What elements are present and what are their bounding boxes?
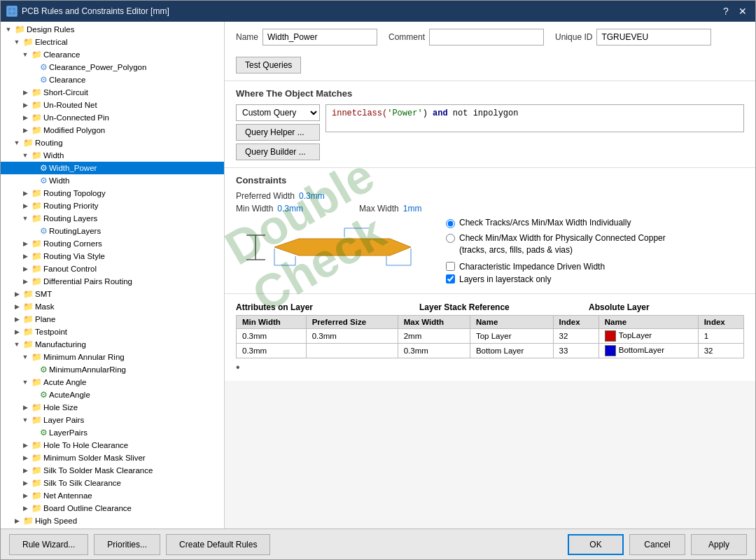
tree-container[interactable]: ▼ 📁 Design Rules ▼ 📁 Electrical ▼ 📁 Clea…: [1, 22, 224, 528]
tree-item-routing-priority[interactable]: ▶ 📁 Routing Priority: [1, 200, 224, 212]
query-editor[interactable]: innetclass('Power') and not inpolygon: [326, 104, 744, 132]
tree-item-design-rules[interactable]: ▼ 📁 Design Rules: [1, 23, 224, 36]
tree-item-manufacturing[interactable]: ▼ 📁 Manufacturing: [1, 338, 224, 351]
unique-id-field-group: Unique ID: [555, 29, 711, 46]
expand-icon: ▶: [12, 289, 22, 299]
expand-icon: ▶: [20, 239, 30, 248]
priorities-button[interactable]: Priorities...: [94, 534, 160, 555]
folder-icon: 📁: [31, 125, 42, 135]
name-input[interactable]: [262, 29, 377, 46]
tree-item-width-folder[interactable]: ▼ 📁 Width: [1, 149, 224, 162]
tree-item-routing-layers[interactable]: ▼ 📁 Routing Layers: [1, 212, 224, 225]
tree-item-silk-silk[interactable]: ▶ 📁 Silk To Silk Clearance: [1, 477, 224, 489]
tree-item-routing-layers-rule[interactable]: ⚙ RoutingLayers: [1, 225, 224, 237]
checkbox-label-2: Layers in layerstack only: [459, 274, 551, 284]
rule-wizard-button[interactable]: Rule Wizard...: [9, 534, 88, 555]
tree-item-layer-pairs-rule[interactable]: ⚙ LayerPairs: [1, 426, 224, 439]
tree-item-clearance-rule[interactable]: ⚙ Clearance: [1, 74, 224, 86]
tree-item-un-routed-net[interactable]: ▶ 📁 Un-Routed Net: [1, 99, 224, 111]
cell-max-width: 2mm: [398, 328, 470, 343]
folder-icon: 📁: [31, 402, 42, 412]
tree-item-hole-to-hole[interactable]: ▶ 📁 Hole To Hole Clearance: [1, 439, 224, 451]
tree-item-min-solder-mask[interactable]: ▶ 📁 Minimum Solder Mask Sliver: [1, 451, 224, 464]
tree-item-clearance-folder[interactable]: ▼ 📁 Clearance: [1, 48, 224, 61]
expand-icon: ▶: [20, 251, 30, 261]
tree-label: Routing Corners: [43, 239, 102, 248]
expand-icon: ▶: [12, 314, 22, 324]
tree-label: Un-Connected Pin: [43, 113, 109, 122]
tree-item-high-speed[interactable]: ▶ 📁 High Speed: [1, 514, 224, 527]
left-panel: ▼ 📁 Design Rules ▼ 📁 Electrical ▼ 📁 Clea…: [1, 22, 225, 528]
cancel-button[interactable]: Cancel: [629, 534, 685, 555]
tree-item-width-power[interactable]: ⚙ Width_Power: [1, 162, 224, 174]
max-width-group: Max Width 1mm: [359, 204, 421, 214]
query-builder-button[interactable]: Query Builder ...: [236, 144, 320, 160]
where-section-title: Where The Object Matches: [236, 88, 744, 99]
tree-item-hole-size[interactable]: ▶ 📁 Hole Size: [1, 401, 224, 414]
tree-item-mask[interactable]: ▶ 📁 Mask: [1, 300, 224, 313]
create-default-rules-button[interactable]: Create Default Rules: [166, 534, 270, 555]
width-values-row: Preferred Width 0.3mm: [236, 191, 744, 201]
close-button[interactable]: ✕: [736, 4, 750, 18]
tree-item-routing-topology[interactable]: ▶ 📁 Routing Topology: [1, 187, 224, 200]
tree-label: Layer Pairs: [43, 416, 84, 424]
query-helper-button[interactable]: Query Helper ...: [236, 124, 320, 141]
query-row: Custom Query All Net Class Query Helper …: [236, 104, 744, 160]
tree-item-min-annular-ring-rule[interactable]: ⚙ MinimumAnnularRing: [1, 363, 224, 376]
folder-icon: 📁: [31, 377, 42, 387]
tree-item-routing-via-style[interactable]: ▶ 📁 Routing Via Style: [1, 250, 224, 262]
tree-label: Minimum Annular Ring: [43, 353, 125, 361]
folder-icon: 📁: [31, 352, 42, 362]
radio-individually[interactable]: [446, 219, 455, 228]
test-queries-button[interactable]: Test Queries: [236, 57, 301, 74]
folder-icon: 📁: [23, 138, 34, 148]
expand-icon: ▶: [20, 125, 30, 135]
tree-item-electrical[interactable]: ▼ 📁 Electrical: [1, 36, 224, 48]
constraints-section: Constraints Preferred Width 0.3mm Min Wi…: [225, 168, 755, 294]
max-width-value: 1mm: [403, 204, 422, 214]
tree-item-board-outline[interactable]: ▶ 📁 Board Outline Clearance: [1, 502, 224, 514]
tree-label: Differential Pairs Routing: [43, 277, 132, 286]
tree-item-acute-angle-rule[interactable]: ⚙ AcuteAngle: [1, 388, 224, 401]
tree-item-fanout-control[interactable]: ▶ 📁 Fanout Control: [1, 262, 224, 275]
tree-item-testpoint[interactable]: ▶ 📁 Testpoint: [1, 326, 224, 338]
folder-icon: 📁: [31, 100, 42, 110]
tree-item-smt[interactable]: ▶ 📁 SMT: [1, 288, 224, 300]
tree-item-silk-solder-mask[interactable]: ▶ 📁 Silk To Solder Mask Clearance: [1, 464, 224, 477]
unique-id-input[interactable]: [596, 29, 711, 46]
expand-icon: [29, 62, 38, 72]
cell-abs-name: BottomLayer: [598, 343, 698, 358]
tree-item-un-connected-pin[interactable]: ▶ 📁 Un-Connected Pin: [1, 111, 224, 124]
comment-input[interactable]: [429, 29, 544, 46]
tree-item-plane[interactable]: ▶ 📁 Plane: [1, 313, 224, 326]
col-abs-index: Index: [698, 315, 743, 328]
tree-item-modified-polygon[interactable]: ▶ 📁 Modified Polygon: [1, 124, 224, 136]
tree-label: Minimum Solder Mask Sliver: [43, 454, 146, 462]
tree-label: Routing Priority: [43, 202, 99, 210]
radio-connected-copper[interactable]: [446, 234, 455, 243]
folder-icon: 📁: [31, 88, 42, 97]
min-width-value: 0.3mm: [277, 204, 303, 214]
tree-item-routing-corners[interactable]: ▶ 📁 Routing Corners: [1, 237, 224, 250]
layer-stack-ref-header: Layer Stack Reference: [405, 301, 575, 314]
tree-item-diff-pairs[interactable]: ▶ 📁 Differential Pairs Routing: [1, 275, 224, 288]
rule-header: Name Comment Unique ID Test Queries: [225, 22, 755, 81]
query-type-dropdown[interactable]: Custom Query All Net Class: [236, 104, 320, 121]
checkbox-layerstack[interactable]: [446, 274, 455, 284]
tree-item-net-antennae[interactable]: ▶ 📁 Net Antennae: [1, 489, 224, 502]
ok-button[interactable]: OK: [568, 534, 624, 555]
tree-item-width-rule[interactable]: ⚙ Width: [1, 174, 224, 187]
svg-marker-3: [274, 239, 411, 255]
checkbox-impedance[interactable]: [446, 262, 455, 271]
tree-item-routing[interactable]: ▼ 📁 Routing: [1, 136, 224, 149]
folder-icon: 📁: [31, 214, 42, 223]
cell-max-width: 0.3mm: [398, 343, 470, 358]
right-content: Name Comment Unique ID Test Queries: [225, 22, 755, 528]
tree-item-short-circuit[interactable]: ▶ 📁 Short-Circuit: [1, 86, 224, 99]
tree-item-layer-pairs-folder[interactable]: ▼ 📁 Layer Pairs: [1, 414, 224, 426]
tree-item-acute-angle-folder[interactable]: ▼ 📁 Acute Angle: [1, 376, 224, 388]
help-button[interactable]: ?: [719, 4, 733, 18]
tree-item-min-annular-ring-folder[interactable]: ▼ 📁 Minimum Annular Ring: [1, 351, 224, 363]
tree-item-clearance-power-polygon[interactable]: ⚙ Clearance_Power_Polygon: [1, 61, 224, 74]
apply-button[interactable]: Apply: [691, 534, 747, 555]
